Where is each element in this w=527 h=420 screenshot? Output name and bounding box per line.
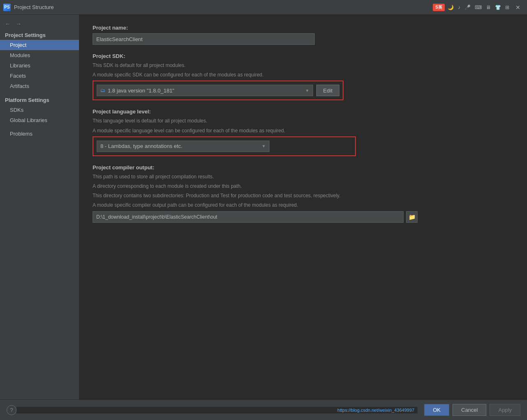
- ok-button[interactable]: OK: [424, 404, 449, 416]
- back-arrow[interactable]: ←: [3, 20, 12, 28]
- close-button[interactable]: ✕: [512, 2, 524, 13]
- titlebar-left: PS Project Structure: [3, 4, 54, 11]
- sidebar-item-sdks[interactable]: SDKs: [0, 105, 79, 115]
- compiler-desc4: A module specific compiler output path c…: [93, 201, 514, 209]
- ime-grid-icon[interactable]: ⊞: [504, 4, 511, 11]
- window-title: Project Structure: [14, 4, 54, 10]
- compiler-desc1: This path is used to store all project c…: [93, 173, 514, 181]
- project-name-input[interactable]: [93, 33, 315, 45]
- sdk-container: 🗂 1.8 java version "1.8.0_181" ▼ Edit: [93, 81, 344, 100]
- nav-arrows: ← →: [0, 18, 79, 30]
- compiler-output-label: Project compiler output:: [93, 164, 514, 171]
- sidebar-item-problems[interactable]: Problems: [0, 129, 79, 139]
- language-level-label: Project language level:: [93, 108, 514, 115]
- sdk-desc2: A module specific SDK can be configured …: [93, 71, 514, 79]
- content-area: Project name: Project SDK: This SDK is d…: [79, 15, 527, 399]
- compiler-desc2: A directory corresponding to each module…: [93, 182, 514, 190]
- bottom-center: https://blog.csdn.net/weixin_43649997: [16, 407, 424, 413]
- ime-badge[interactable]: S英: [433, 4, 445, 11]
- sidebar-item-modules[interactable]: Modules: [0, 50, 79, 60]
- folder-browse-button[interactable]: 📁: [406, 211, 418, 223]
- project-sdk-group: Project SDK: This SDK is default for all…: [93, 53, 514, 100]
- project-name-group: Project name:: [93, 25, 514, 45]
- app-icon: PS: [3, 4, 11, 11]
- ime-mic-icon[interactable]: 🎤: [463, 4, 472, 11]
- platform-settings-section: Platform Settings: [0, 95, 79, 105]
- sdk-value: 1.8 java version "1.8.0_181": [108, 88, 174, 94]
- language-level-value: 8 - Lambdas, type annotations etc.: [100, 143, 182, 149]
- sidebar: ← → Project Settings Project Modules Lib…: [0, 15, 79, 399]
- main-container: ← → Project Settings Project Modules Lib…: [0, 15, 527, 399]
- sidebar-item-libraries[interactable]: Libraries: [0, 60, 79, 71]
- language-level-dropdown[interactable]: 8 - Lambdas, type annotations etc. ▼: [97, 141, 269, 152]
- apply-button[interactable]: Apply: [490, 404, 520, 416]
- ime-music-icon[interactable]: ♪: [457, 4, 462, 11]
- language-level-container: 8 - Lambdas, type annotations etc. ▼: [93, 136, 356, 156]
- ime-moon-icon[interactable]: 🌙: [446, 4, 455, 11]
- url-bar: https://blog.csdn.net/weixin_43649997: [16, 407, 418, 413]
- sdk-edit-button[interactable]: Edit: [316, 85, 339, 96]
- ime-keyboard-icon[interactable]: ⌨: [474, 4, 483, 11]
- language-level-group: Project language level: This language le…: [93, 108, 514, 156]
- sdk-desc1: This SDK is default for all project modu…: [93, 62, 514, 69]
- ime-toolbar: S英 🌙 ♪ 🎤 ⌨ 🖥 👕 ⊞: [433, 4, 511, 11]
- lang-dropdown-arrow: ▼: [262, 144, 266, 148]
- ime-screen-icon[interactable]: 🖥: [485, 4, 492, 11]
- sidebar-item-facets[interactable]: Facets: [0, 71, 79, 81]
- lang-desc2: A module specific language level can be …: [93, 127, 514, 135]
- cancel-button[interactable]: Cancel: [453, 404, 486, 416]
- bottom-bar: ? https://blog.csdn.net/weixin_43649997 …: [0, 399, 527, 420]
- project-settings-section: Project Settings: [0, 30, 79, 40]
- help-button[interactable]: ?: [7, 405, 16, 415]
- sdk-dropdown-arrow: ▼: [305, 88, 309, 93]
- sdk-dropdown[interactable]: 🗂 1.8 java version "1.8.0_181" ▼: [97, 85, 313, 96]
- sidebar-item-project[interactable]: Project: [0, 40, 79, 50]
- bottom-right: OK Cancel Apply: [424, 404, 520, 416]
- titlebar-right: S英 🌙 ♪ 🎤 ⌨ 🖥 👕 ⊞ ✕: [433, 2, 524, 13]
- sidebar-item-artifacts[interactable]: Artifacts: [0, 81, 79, 91]
- project-sdk-label: Project SDK:: [93, 53, 514, 59]
- bottom-left: ?: [7, 405, 16, 415]
- sdk-java-icon: 🗂: [100, 88, 105, 93]
- sidebar-item-global-libraries[interactable]: Global Libraries: [0, 115, 79, 125]
- compiler-output-group: Project compiler output: This path is us…: [93, 164, 514, 223]
- sidebar-divider-2: [0, 125, 79, 129]
- lang-desc1: This language level is default for all p…: [93, 117, 514, 125]
- forward-arrow[interactable]: →: [14, 20, 23, 28]
- compiler-output-row: 📁: [93, 211, 418, 223]
- compiler-output-input[interactable]: [93, 211, 404, 223]
- titlebar: PS Project Structure S英 🌙 ♪ 🎤 ⌨ 🖥 👕 ⊞ ✕: [0, 0, 527, 15]
- project-name-label: Project name:: [93, 25, 514, 31]
- ime-shirt-icon[interactable]: 👕: [494, 4, 502, 11]
- sidebar-divider: [0, 91, 79, 95]
- compiler-desc3: This directory contains two subdirectori…: [93, 192, 514, 200]
